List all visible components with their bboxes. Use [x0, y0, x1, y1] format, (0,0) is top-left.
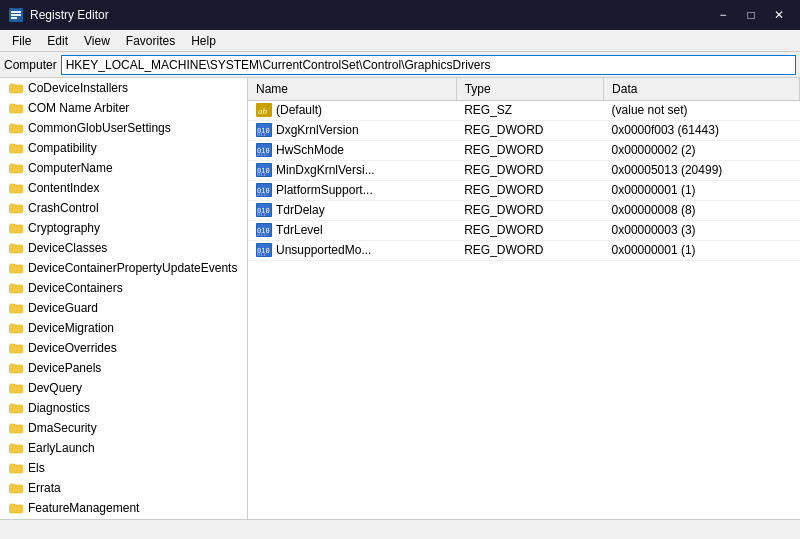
svg-rect-2 [11, 14, 21, 16]
table-row[interactable]: 010 011 TdrDelayREG_DWORD0x00000008 (8) [248, 200, 800, 220]
cell-data: 0x0000f003 (61443) [604, 120, 800, 140]
cell-name: ab (Default) [248, 100, 456, 120]
maximize-button[interactable]: □ [738, 5, 764, 25]
table-row[interactable]: 010 011 PlatformSupport...REG_DWORD0x000… [248, 180, 800, 200]
tree-item[interactable]: DeviceContainers [0, 278, 247, 298]
menu-file[interactable]: File [4, 32, 39, 50]
folder-icon [8, 421, 24, 435]
tree-item-label: DevQuery [28, 381, 82, 395]
tree-item[interactable]: DeviceGuard [0, 298, 247, 318]
cell-type: REG_DWORD [456, 120, 603, 140]
address-input[interactable] [61, 55, 796, 75]
menu-bar: File Edit View Favorites Help [0, 30, 800, 52]
table-header-row: Name Type Data [248, 78, 800, 100]
table-row[interactable]: 010 011 MinDxgKrnlVersi...REG_DWORD0x000… [248, 160, 800, 180]
table-row[interactable]: 010 011 TdrLevelREG_DWORD0x00000003 (3) [248, 220, 800, 240]
tree-item[interactable]: DeviceClasses [0, 238, 247, 258]
reg-dword-icon: 010 011 [256, 163, 272, 177]
folder-icon [8, 361, 24, 375]
table-row[interactable]: ab (Default)REG_SZ(value not set) [248, 100, 800, 120]
minimize-button[interactable]: − [710, 5, 736, 25]
cell-type: REG_DWORD [456, 240, 603, 260]
cell-type: REG_DWORD [456, 160, 603, 180]
title-bar-controls: − □ ✕ [710, 5, 792, 25]
tree-item-label: DeviceOverrides [28, 341, 117, 355]
tree-item-label: Compatibility [28, 141, 97, 155]
svg-rect-3 [11, 17, 17, 19]
tree-item-label: DeviceContainers [28, 281, 123, 295]
tree-item[interactable]: DevQuery [0, 378, 247, 398]
tree-item[interactable]: ComputerName [0, 158, 247, 178]
cell-name: 010 011 HwSchMode [248, 140, 456, 160]
svg-text:011: 011 [257, 191, 266, 197]
tree-item[interactable]: COM Name Arbiter [0, 98, 247, 118]
tree-item[interactable]: CoDeviceInstallers [0, 78, 247, 98]
app-icon [8, 7, 24, 23]
svg-text:011: 011 [257, 151, 266, 157]
tree-item-label: DeviceGuard [28, 301, 98, 315]
cell-type: REG_DWORD [456, 220, 603, 240]
cell-name: 010 011 DxgKrnlVersion [248, 120, 456, 140]
registry-table: Name Type Data ab (Default)REG_SZ(value … [248, 78, 800, 261]
tree-item-label: ContentIndex [28, 181, 99, 195]
cell-data: 0x00000008 (8) [604, 200, 800, 220]
cell-name: 010 011 TdrLevel [248, 220, 456, 240]
tree-item[interactable]: DeviceMigration [0, 318, 247, 338]
cell-name: 010 011 TdrDelay [248, 200, 456, 220]
folder-icon [8, 441, 24, 455]
menu-edit[interactable]: Edit [39, 32, 76, 50]
tree-item[interactable]: Errata [0, 478, 247, 498]
folder-icon [8, 381, 24, 395]
folder-icon [8, 181, 24, 195]
tree-item[interactable]: ContentIndex [0, 178, 247, 198]
svg-rect-1 [11, 11, 21, 13]
cell-name: 010 011 UnsupportedMo... [248, 240, 456, 260]
tree-item[interactable]: Diagnostics [0, 398, 247, 418]
tree-item-label: FeatureManagement [28, 501, 139, 515]
reg-dword-icon: 010 011 [256, 183, 272, 197]
cell-name: 010 011 MinDxgKrnlVersi... [248, 160, 456, 180]
registry-pane: Name Type Data ab (Default)REG_SZ(value … [248, 78, 800, 519]
col-data[interactable]: Data [604, 78, 800, 100]
tree-item[interactable]: FileSystem [0, 518, 247, 519]
menu-help[interactable]: Help [183, 32, 224, 50]
cell-data: (value not set) [604, 100, 800, 120]
tree-item-label: DeviceMigration [28, 321, 114, 335]
tree-item[interactable]: DmaSecurity [0, 418, 247, 438]
folder-icon [8, 401, 24, 415]
tree-item[interactable]: FeatureManagement [0, 498, 247, 518]
tree-item[interactable]: CrashControl [0, 198, 247, 218]
svg-text:011: 011 [257, 171, 266, 177]
menu-favorites[interactable]: Favorites [118, 32, 183, 50]
table-row[interactable]: 010 011 UnsupportedMo...REG_DWORD0x00000… [248, 240, 800, 260]
reg-dword-icon: 010 011 [256, 123, 272, 137]
col-name[interactable]: Name [248, 78, 456, 100]
tree-item[interactable]: DeviceContainerPropertyUpdateEvents [0, 258, 247, 278]
tree-item[interactable]: DeviceOverrides [0, 338, 247, 358]
tree-item[interactable]: CommonGlobUserSettings [0, 118, 247, 138]
tree-item[interactable]: Els [0, 458, 247, 478]
reg-dword-icon: 010 011 [256, 143, 272, 157]
folder-icon [8, 481, 24, 495]
tree-item-label: Els [28, 461, 45, 475]
folder-icon [8, 501, 24, 515]
cell-type: REG_DWORD [456, 200, 603, 220]
folder-icon [8, 141, 24, 155]
table-row[interactable]: 010 011 HwSchModeREG_DWORD0x00000002 (2) [248, 140, 800, 160]
close-button[interactable]: ✕ [766, 5, 792, 25]
folder-icon [8, 301, 24, 315]
tree-item[interactable]: Compatibility [0, 138, 247, 158]
folder-icon [8, 221, 24, 235]
menu-view[interactable]: View [76, 32, 118, 50]
tree-item[interactable]: Cryptography [0, 218, 247, 238]
tree-item[interactable]: DevicePanels [0, 358, 247, 378]
address-label: Computer [4, 58, 57, 72]
col-type[interactable]: Type [456, 78, 603, 100]
folder-icon [8, 101, 24, 115]
cell-data: 0x00000001 (1) [604, 240, 800, 260]
table-row[interactable]: 010 011 DxgKrnlVersionREG_DWORD0x0000f00… [248, 120, 800, 140]
tree-item[interactable]: EarlyLaunch [0, 438, 247, 458]
reg-dword-icon: 010 011 [256, 223, 272, 237]
cell-data: 0x00000002 (2) [604, 140, 800, 160]
svg-text:ab: ab [258, 106, 268, 116]
